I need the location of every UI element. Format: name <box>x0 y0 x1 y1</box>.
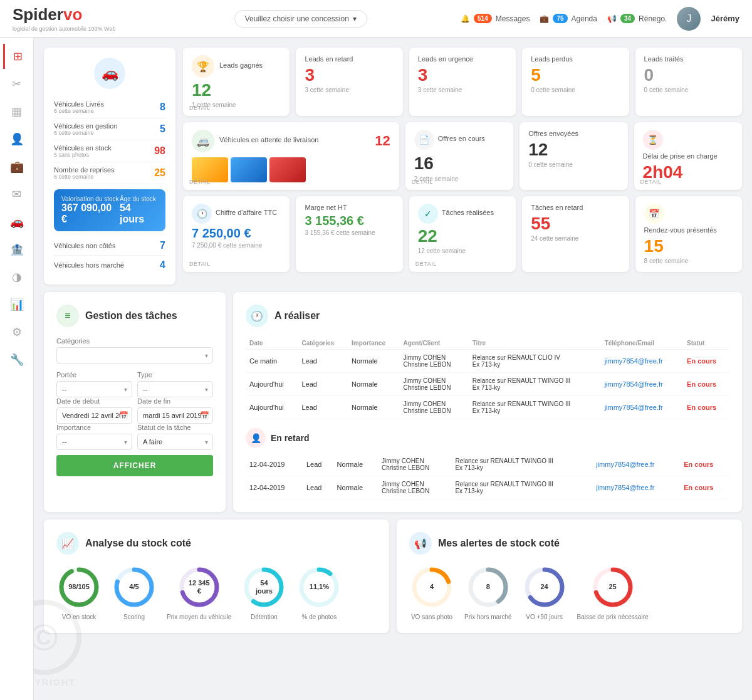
concession-selector[interactable]: Veuillez choisir une concession ▾ <box>234 10 367 28</box>
cell-email: jimmy7854@free.fr <box>601 396 683 419</box>
marge-value: 3 155,36 € <box>305 214 394 228</box>
donut-label: Prix moyen du véhicule <box>167 614 231 620</box>
taches-realisees-icon: ✓ <box>418 204 438 224</box>
car-icon: 🚗 <box>94 58 125 89</box>
alertes-header: 📢 Mes alertes de stock coté <box>409 532 729 555</box>
donut-label: VO +90 jours <box>526 614 563 620</box>
sidebar-item-envelope[interactable]: ✉ <box>4 182 29 207</box>
type-select[interactable]: -- <box>137 381 213 397</box>
a-realiser-header: 🕐 A réaliser <box>246 305 729 327</box>
donut-container: 54 jours <box>241 565 286 610</box>
en-retard-title: En retard <box>271 433 309 443</box>
col-importance: Importance <box>348 337 399 350</box>
categories-select-wrap <box>56 347 213 363</box>
donut-container: 11,1% <box>296 565 342 610</box>
a-realiser-panel: 🕐 A réaliser Date Catégories Importance … <box>233 292 742 512</box>
col-titre: Titre <box>469 337 601 350</box>
donut-container: 98/105 <box>56 565 102 610</box>
chiffre-detail[interactable]: DÉTAIL <box>189 261 211 267</box>
marge-card: Marge net HT 3 155,36 € 3 155,36 € cette… <box>296 196 402 272</box>
livraison-detail[interactable]: DÉTAIL <box>189 179 211 185</box>
donut-item: 4 VO sans photo <box>409 565 454 620</box>
sidebar-item-briefcase[interactable]: 💼 <box>4 154 29 179</box>
leads-gagnes-detail[interactable]: DÉTAIL <box>189 105 211 111</box>
bell-button[interactable]: 🔔 514 Messages <box>461 14 530 23</box>
sidebar-item-car[interactable]: 🚗 <box>4 209 29 234</box>
cell-email: jimmy7854@free.fr <box>592 453 680 476</box>
statut-select[interactable]: A faire <box>137 434 213 450</box>
stock-label: Véhicules en stock <box>54 144 112 152</box>
agenda-label: Agenda <box>572 14 597 23</box>
a-realiser-table: Date Catégories Importance Agent/Client … <box>246 337 729 419</box>
donut-container: 12 345 € <box>177 565 222 610</box>
col-agent: Agent/Client <box>399 337 468 350</box>
chiffre-title: Chiffre d'affaire TTC <box>216 209 277 216</box>
sidebar-item-dashboard[interactable]: ⊞ <box>3 44 31 69</box>
donut-label: % de photos <box>302 614 337 620</box>
concession-label: Veuillez choisir une concession <box>245 14 349 23</box>
leads-gagnes-card: 🏆 Leads gagnés 12 1 cette semaine DÉTAIL <box>183 48 290 116</box>
sidebar-item-scissors[interactable]: ✂ <box>4 71 29 97</box>
donut-value: 8 <box>486 583 490 591</box>
leads-traites-value: 0 <box>644 65 733 85</box>
cell-imp: Normale <box>333 453 378 476</box>
offres-envoyees-value: 12 <box>528 140 619 160</box>
portee-select[interactable]: -- <box>56 381 132 397</box>
cell-cat: Lead <box>303 453 333 476</box>
row2-cards: 🚐 Véhicules en attente de livraison 12 D… <box>183 122 742 190</box>
importance-label: Importance <box>56 424 132 431</box>
categories-select[interactable] <box>56 347 213 363</box>
donut-item: 8 Prix hors marché <box>464 565 512 620</box>
date-fin-col: Date de fin 📅 <box>137 397 213 424</box>
sidebar-item-gear[interactable]: ⚙ <box>4 320 29 345</box>
logo-text: Spidervo <box>13 5 115 24</box>
gestion-taches-header: ≡ Gestion des tâches <box>56 305 213 327</box>
row1: 🚗 Véhicules Livrés6 cette semaine 8 Véhi… <box>44 48 742 285</box>
alertes-icon: 📢 <box>409 532 432 555</box>
stock-row-livres: Véhicules Livrés6 cette semaine 8 <box>54 97 165 118</box>
renego-button[interactable]: 📢 34 Rénego. <box>607 14 667 23</box>
chiffre-icon: 🕐 <box>192 204 212 224</box>
col-email: Téléphone/Email <box>601 337 683 350</box>
livraison-icon: 🚐 <box>192 130 214 152</box>
cell-cat: Lead <box>303 476 333 499</box>
table-row: Ce matin Lead Normale Jimmy COHENChristi… <box>246 350 729 373</box>
reprises-label: Nombre de reprises <box>54 166 115 174</box>
non-cotes-label: Véhicules non côtés <box>54 242 115 249</box>
delai-detail[interactable]: DÉTAIL <box>640 179 662 185</box>
type-col: Type -- <box>137 371 213 397</box>
type-label: Type <box>137 371 213 379</box>
portee-label: Portée <box>56 371 132 379</box>
agenda-button[interactable]: 💼 75 Agenda <box>540 14 597 23</box>
taches-retard-sub: 24 cette semaine <box>531 235 620 242</box>
sidebar-item-bank[interactable]: 🏦 <box>4 237 29 262</box>
sidebar-item-bar-chart[interactable]: 📊 <box>4 292 29 317</box>
afficher-button[interactable]: AFFICHER <box>56 455 213 476</box>
sidebar-item-pie[interactable]: ◑ <box>4 264 29 290</box>
cell-agent: Jimmy COHENChristine LEBON <box>399 396 468 419</box>
taches-realisees-detail[interactable]: DÉTAIL <box>415 261 437 267</box>
taches-realisees-card: ✓ Tâches réalisées 22 12 cette semaine D… <box>409 196 516 272</box>
stock-sub: 5 sans photos <box>54 152 112 158</box>
sidebar-item-person[interactable]: 👤 <box>4 127 29 152</box>
sidebar-item-calendar[interactable]: ▦ <box>4 99 29 124</box>
leads-traites-sub: 0 cette semaine <box>644 86 733 93</box>
rdv-value: 15 <box>644 236 733 256</box>
rdv-sub: 8 cette semaine <box>644 258 733 264</box>
donut-text: 4/5 <box>129 583 138 591</box>
col-date: Date <box>246 337 298 350</box>
importance-select-wrap: -- <box>56 434 132 450</box>
importance-select[interactable]: -- <box>56 434 132 450</box>
cell-date: Ce matin <box>246 350 298 373</box>
valorisation-value: 367 090,00 € <box>61 202 120 225</box>
en-retard-tbody: 12-04-2019 Lead Normale Jimmy COHENChris… <box>246 453 729 499</box>
donut-text: 4 <box>430 583 434 591</box>
donut-text: 11,1% <box>310 583 329 591</box>
dates-row: Date de début 📅 Date de fin 📅 <box>56 397 213 424</box>
importance-statut-row: Importance -- Statut de la tâche A faire <box>56 424 213 450</box>
stock-row-hors-marche: Véhicules hors marché 4 <box>54 256 165 274</box>
sidebar-item-wrench[interactable]: 🔧 <box>4 347 29 372</box>
cell-titre: Relance sur RENAULT TWINGO IIIEx 713-ky <box>451 453 592 476</box>
offres-cours-detail[interactable]: DÉTAIL <box>412 179 433 185</box>
a-realiser-icon: 🕐 <box>246 305 268 327</box>
